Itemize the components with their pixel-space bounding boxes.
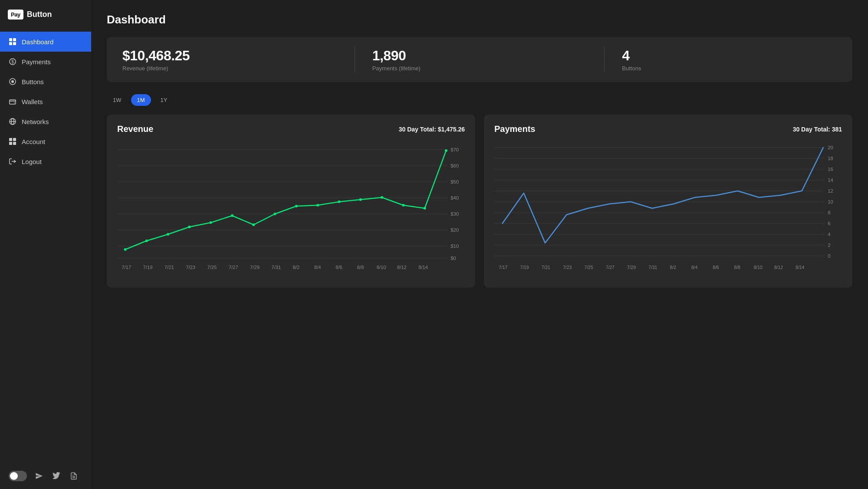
svg-text:7/23: 7/23 [563, 265, 572, 270]
svg-text:7/29: 7/29 [250, 265, 260, 270]
svg-point-38 [145, 240, 148, 242]
charts-row: Revenue 30 Day Total: $1,475.26 $70 $6 [107, 115, 852, 288]
revenue-chart-total: 30 Day Total: $1,475.26 [399, 126, 465, 133]
svg-text:14: 14 [828, 177, 833, 183]
svg-text:8/12: 8/12 [397, 265, 407, 270]
svg-text:8/12: 8/12 [774, 265, 783, 270]
sidebar-item-logout[interactable]: Logout [0, 151, 91, 171]
svg-text:7/29: 7/29 [627, 265, 636, 270]
revenue-chart-area: $70 $60 $50 $40 $30 $20 $10 $0 [117, 141, 465, 280]
revenue-value: $10,468.25 [122, 48, 337, 64]
sidebar-item-label: Networks [22, 118, 49, 125]
sidebar-item-payments[interactable]: $ Payments [0, 52, 91, 72]
document-icon[interactable] [69, 471, 79, 481]
sidebar: Pay Button Dashboard $ Payments [0, 0, 91, 489]
sidebar-item-networks[interactable]: Networks [0, 112, 91, 131]
svg-text:$40: $40 [450, 195, 459, 200]
svg-text:7/27: 7/27 [229, 265, 238, 270]
sidebar-item-account[interactable]: Account [0, 131, 91, 151]
svg-point-45 [295, 205, 298, 207]
svg-text:7/17: 7/17 [122, 265, 131, 270]
svg-point-50 [402, 204, 404, 207]
svg-text:7/31: 7/31 [648, 265, 657, 270]
svg-text:8/10: 8/10 [754, 265, 763, 270]
svg-text:12: 12 [828, 188, 833, 194]
period-1m[interactable]: 1M [131, 94, 151, 106]
account-icon [9, 138, 16, 145]
payments-chart-total: 30 Day Total: 381 [793, 126, 842, 133]
svg-text:10: 10 [828, 199, 833, 204]
sidebar-item-label: Logout [22, 158, 42, 165]
svg-text:8/4: 8/4 [691, 265, 698, 270]
svg-point-41 [210, 221, 212, 224]
sidebar-item-label: Account [22, 138, 45, 145]
revenue-chart-card: Revenue 30 Day Total: $1,475.26 $70 $6 [107, 115, 475, 288]
svg-rect-14 [13, 138, 16, 141]
svg-text:8: 8 [828, 210, 830, 215]
toggle-knob [10, 472, 18, 480]
svg-text:7/19: 7/19 [143, 265, 153, 270]
main-content: Dashboard $10,468.25 Revenue (lifetime) … [91, 0, 868, 489]
svg-point-40 [188, 226, 191, 228]
payments-chart-card: Payments 30 Day Total: 381 [484, 115, 852, 288]
svg-point-9 [14, 102, 15, 103]
svg-point-52 [445, 149, 447, 152]
svg-text:8/10: 8/10 [377, 265, 386, 270]
stat-buttons: 4 Buttons [622, 48, 837, 72]
svg-text:7/27: 7/27 [606, 265, 615, 270]
sidebar-item-dashboard[interactable]: Dashboard [0, 32, 91, 52]
svg-point-49 [381, 196, 383, 199]
payments-icon: $ [9, 58, 16, 66]
networks-icon [9, 118, 16, 125]
svg-rect-8 [10, 100, 16, 104]
svg-text:20: 20 [828, 145, 833, 150]
period-1w[interactable]: 1W [107, 94, 128, 106]
payments-label: Payments (lifetime) [372, 65, 587, 72]
svg-text:$: $ [11, 59, 14, 64]
svg-point-43 [252, 223, 255, 226]
payments-value: 1,890 [372, 48, 587, 64]
twitter-icon[interactable] [51, 471, 62, 481]
logo-area: Pay Button [0, 0, 91, 29]
svg-text:8/6: 8/6 [335, 265, 342, 270]
svg-text:8/6: 8/6 [713, 265, 719, 270]
svg-text:7/21: 7/21 [164, 265, 174, 270]
payments-chart-title: Payments [494, 124, 536, 134]
sidebar-item-buttons[interactable]: Buttons [0, 72, 91, 92]
send-icon[interactable] [34, 471, 44, 481]
svg-text:7/25: 7/25 [584, 265, 593, 270]
svg-text:$50: $50 [450, 179, 459, 184]
period-selector: 1W 1M 1Y [107, 94, 852, 106]
sidebar-bottom [0, 463, 91, 489]
svg-text:$30: $30 [450, 211, 459, 217]
revenue-chart-title: Revenue [117, 124, 153, 134]
svg-rect-1 [13, 38, 16, 41]
buttons-value: 4 [622, 48, 837, 64]
sidebar-item-label: Dashboard [22, 38, 53, 46]
svg-text:7/17: 7/17 [499, 265, 507, 270]
stat-revenue: $10,468.25 Revenue (lifetime) [122, 48, 337, 72]
svg-text:$70: $70 [450, 147, 459, 152]
svg-text:8/2: 8/2 [670, 265, 677, 270]
svg-text:$10: $10 [450, 243, 459, 249]
period-1y[interactable]: 1Y [155, 94, 174, 106]
revenue-label: Revenue (lifetime) [122, 65, 337, 72]
theme-toggle[interactable] [9, 471, 27, 481]
svg-text:7/31: 7/31 [271, 265, 281, 270]
svg-point-46 [316, 204, 319, 207]
logout-icon [9, 158, 16, 165]
svg-point-37 [124, 248, 126, 251]
stat-divider-1 [355, 46, 355, 72]
sidebar-item-label: Payments [22, 58, 51, 66]
sidebar-item-label: Buttons [22, 78, 44, 85]
svg-point-47 [338, 200, 340, 203]
buttons-label: Buttons [622, 65, 837, 72]
sidebar-item-wallets[interactable]: Wallets [0, 92, 91, 112]
svg-text:$0: $0 [450, 256, 456, 261]
svg-text:2: 2 [828, 243, 830, 248]
svg-text:7/19: 7/19 [520, 265, 529, 270]
nav-items: Dashboard $ Payments Buttons [0, 29, 91, 463]
page-title: Dashboard [107, 13, 852, 26]
stat-payments: 1,890 Payments (lifetime) [372, 48, 587, 72]
svg-text:7/25: 7/25 [207, 265, 217, 270]
